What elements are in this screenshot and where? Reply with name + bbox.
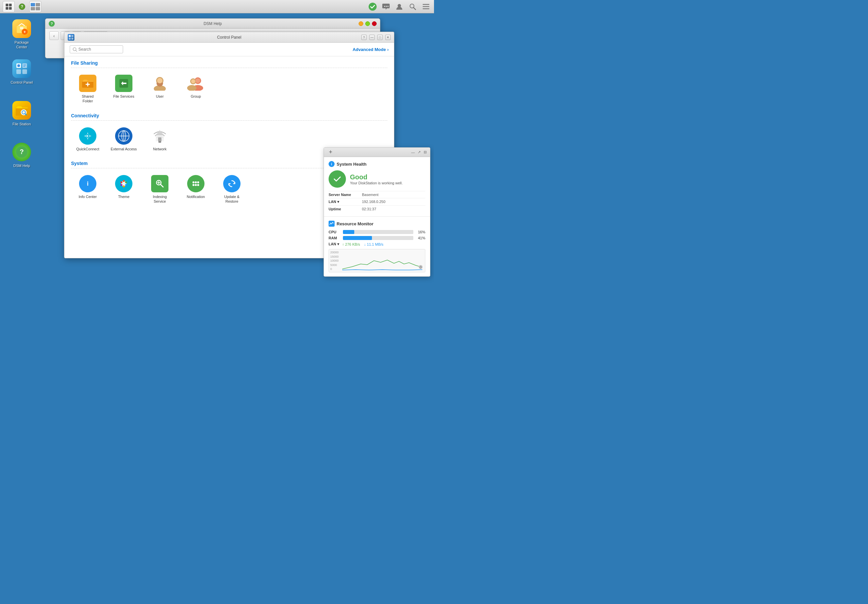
svg-rect-9 <box>36 7 40 10</box>
chat-icon[interactable] <box>381 2 391 12</box>
cp-item-file-services[interactable]: File Services <box>107 72 140 107</box>
connectivity-title: Connectivity <box>71 113 387 120</box>
cp-item-theme[interactable]: Theme <box>107 172 140 207</box>
desktop-icon-package-center[interactable]: + Package Center <box>7 17 37 52</box>
svg-rect-21 <box>20 27 23 29</box>
cp-maximize-btn[interactable]: □ <box>377 35 383 40</box>
desktop-icon-dsm-help[interactable]: ? DSM Help <box>7 140 37 170</box>
file-services-icon <box>115 75 132 92</box>
lan-label-resource: LAN ▾ <box>329 242 340 246</box>
widget-minimize[interactable]: — <box>411 150 415 154</box>
widget-controls: — ↗ ⊟ <box>411 150 427 154</box>
lan-down: ↓ 11.1 MB/s <box>364 243 383 246</box>
dsm-help-close[interactable]: ✕ <box>372 21 377 26</box>
chart-scroll[interactable] <box>418 265 423 271</box>
notification-check-icon[interactable] <box>367 2 378 12</box>
add-widget-button[interactable]: + <box>327 148 335 156</box>
ram-bar-fill <box>343 236 372 240</box>
update-restore-label: Update &Restore <box>224 194 240 204</box>
uptime-value: 02:31:37 <box>362 207 376 211</box>
advanced-mode-button[interactable]: Advanced Mode › <box>353 47 389 52</box>
chart-labels: 20000 15000 10000 5000 0 <box>330 251 339 271</box>
search-box <box>70 45 123 53</box>
cp-item-quickconnect[interactable]: QuickConnect <box>71 125 104 154</box>
chart-label-20000: 20000 <box>330 251 339 254</box>
cpu-row: CPU 16% <box>329 230 425 234</box>
svg-text:+: + <box>23 30 26 34</box>
dsm-help-back[interactable]: ‹ <box>50 31 59 40</box>
indexing-service-label: IndexingService <box>153 194 167 204</box>
svg-rect-3 <box>9 7 12 10</box>
cp-minimize-btn[interactable]: — <box>369 35 375 40</box>
taskbar-right <box>367 2 431 12</box>
desktop-icon-file-station[interactable]: File Station <box>7 98 37 128</box>
lan-row-resource: LAN ▾ ↑ 276 KB/s ↓ 11.1 MB/s <box>329 242 425 246</box>
cp-close-btn[interactable]: ✕ <box>385 35 391 40</box>
health-check-circle <box>329 170 346 188</box>
svg-text:?: ? <box>21 4 23 9</box>
svg-point-10 <box>369 3 377 11</box>
widget-settings[interactable]: ⊟ <box>423 150 427 154</box>
svg-rect-62 <box>158 137 161 141</box>
svg-rect-30 <box>23 66 25 66</box>
cp-item-group[interactable]: Group <box>179 72 212 107</box>
svg-point-84 <box>197 184 199 186</box>
external-access-label: External Access <box>111 147 137 151</box>
dsm-help-maximize[interactable]: □ <box>365 21 370 26</box>
svg-point-78 <box>191 178 201 189</box>
cp-item-info-center[interactable]: i Info Center <box>71 172 104 207</box>
health-good-label: Good <box>350 173 403 181</box>
svg-rect-1 <box>9 4 12 6</box>
cp-item-network[interactable]: Network <box>143 125 177 154</box>
taskbar-control-panel[interactable] <box>29 1 41 12</box>
dsm-help-controls: — □ ✕ <box>359 21 377 26</box>
svg-rect-18 <box>423 6 429 7</box>
server-name-value: Basement <box>362 193 379 197</box>
cp-item-user[interactable]: User <box>143 72 177 107</box>
advanced-mode-arrow: › <box>387 47 389 52</box>
taskbar-help[interactable]: ? <box>16 1 28 12</box>
cp-item-update-restore[interactable]: Update &Restore <box>215 172 248 207</box>
svg-point-83 <box>195 184 197 186</box>
widget-popout[interactable]: ↗ <box>417 150 421 154</box>
taskbar-apps-grid[interactable] <box>3 1 15 12</box>
svg-point-11 <box>384 6 385 7</box>
user-icon[interactable] <box>394 2 405 12</box>
cp-item-indexing-service[interactable]: IndexingService <box>143 172 177 207</box>
svg-rect-40 <box>71 38 73 40</box>
menu-icon[interactable] <box>421 2 431 12</box>
ram-row: RAM 41% <box>329 236 425 240</box>
lan-label-health: LAN ▾ <box>329 200 362 204</box>
search-input[interactable] <box>78 47 120 52</box>
dsm-help-minimize[interactable]: — <box>359 21 363 26</box>
system-health-widget-titlebar: + — ↗ ⊟ <box>324 148 430 157</box>
svg-rect-38 <box>71 35 73 37</box>
svg-rect-26 <box>16 70 21 74</box>
svg-point-12 <box>386 6 387 7</box>
info-center-label: Info Center <box>79 194 97 199</box>
cp-item-notification[interactable]: Notification <box>179 172 212 207</box>
desktop-icon-control-panel[interactable]: Control Panel <box>7 57 37 87</box>
svg-rect-39 <box>69 38 71 40</box>
lan-ip: 192.168.0.250 <box>362 200 385 204</box>
svg-point-72 <box>121 181 122 183</box>
system-health-title: System Health <box>336 162 367 167</box>
svg-rect-17 <box>423 4 429 5</box>
svg-rect-19 <box>423 8 429 9</box>
file-sharing-grid: SharedFolder File Services <box>71 72 387 107</box>
chart-label-15000: 15000 <box>330 255 339 258</box>
cp-item-shared-folder[interactable]: SharedFolder <box>71 72 104 107</box>
svg-line-42 <box>76 50 77 52</box>
cp-item-external-access[interactable]: External Access <box>107 125 140 154</box>
cp-help-btn[interactable]: ? <box>361 35 367 40</box>
health-desc: Your DiskStation is working well. <box>350 181 403 185</box>
lan-stats: ↑ 276 KB/s ↓ 11.1 MB/s <box>342 243 383 246</box>
advanced-mode-label: Advanced Mode <box>353 47 386 52</box>
svg-text:?: ? <box>20 148 24 155</box>
search-icon[interactable] <box>407 2 418 12</box>
external-access-icon <box>115 127 132 145</box>
desktop-icon-file-station-label: File Station <box>12 122 31 126</box>
server-name-label: Server Name <box>329 193 362 197</box>
cp-controls: ? — □ ✕ <box>361 35 391 40</box>
desktop-icon-dsm-help-label: DSM Help <box>13 163 30 168</box>
